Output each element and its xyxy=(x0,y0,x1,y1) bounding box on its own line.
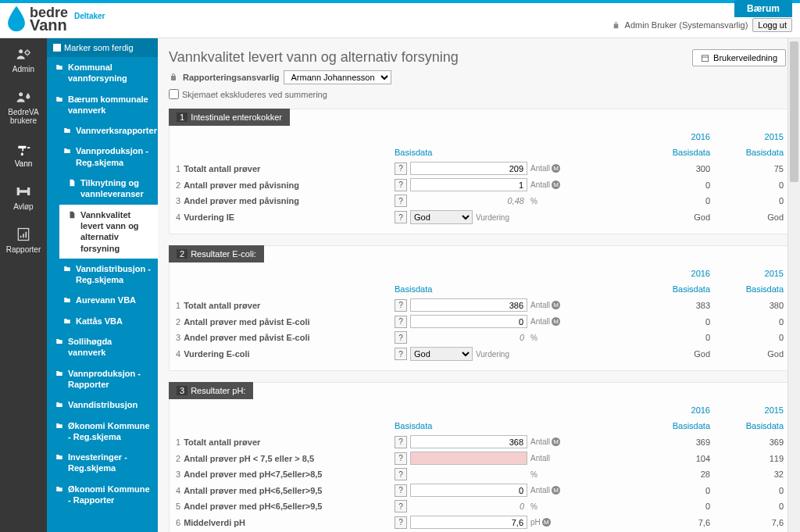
year1-value: 0 xyxy=(629,486,729,495)
help-button[interactable]: ? xyxy=(395,500,407,512)
value-input[interactable] xyxy=(410,178,527,191)
help-button[interactable]: ? xyxy=(395,516,407,529)
col-year1: 2016 xyxy=(629,405,729,415)
scrollbar-vertical[interactable] xyxy=(788,38,800,532)
responsible-select[interactable]: Armann Johannesson xyxy=(284,70,391,84)
row-label: Totalt antall prøver xyxy=(184,301,260,310)
tree-item-label: Sollihøgda vannverk xyxy=(68,336,152,359)
value-input[interactable] xyxy=(410,452,527,465)
value-input[interactable] xyxy=(410,484,527,497)
data-row: 3Andel prøver med påvisning?0,48%00 xyxy=(170,193,791,209)
help-button[interactable]: ? xyxy=(395,316,407,328)
panel-header: 3Resultater pH: xyxy=(169,382,253,399)
value-input[interactable] xyxy=(410,435,527,448)
data-row: 4Vurdering E-coli?GodVurderingGodGod xyxy=(170,345,791,362)
tenant-badge: Bærum xyxy=(734,0,792,17)
year2-value: 119 xyxy=(729,454,784,463)
help-button[interactable]: ? xyxy=(395,484,407,497)
value-input[interactable] xyxy=(410,162,527,175)
users-drop-icon xyxy=(15,89,32,105)
m-badge-icon: M xyxy=(552,317,560,326)
brand-bottom: Vann xyxy=(30,17,68,33)
tree-item-3[interactable]: Vannproduksjon - Reg.skjema xyxy=(47,141,158,173)
help-button[interactable]: ? xyxy=(395,299,407,312)
data-row: 2Antall prøver med påvisning?AntallM00 xyxy=(170,177,791,193)
value-input[interactable] xyxy=(410,315,527,328)
tree-item-7[interactable]: Aurevann VBA xyxy=(47,290,158,310)
help-button[interactable]: ? xyxy=(395,211,407,223)
tree-item-2[interactable]: Vannverksrapporter xyxy=(47,120,158,141)
help-button[interactable]: ? xyxy=(395,331,407,344)
data-row: 3Andel prøver med påvist E-coli?0%00 xyxy=(170,330,791,345)
year1-value: 28 xyxy=(629,470,729,479)
m-badge-icon: M xyxy=(552,437,560,446)
logout-button[interactable]: Logg ut xyxy=(752,18,792,32)
tree-item-1[interactable]: Bærum kommunale vannverk xyxy=(47,89,158,121)
folder-icon xyxy=(55,95,64,103)
user-lock-icon xyxy=(169,73,178,82)
tree-item-10[interactable]: Vannproduksjon - Rapporter xyxy=(47,363,158,395)
exclude-checkbox[interactable] xyxy=(169,89,179,99)
row-label: Andel prøver med pH<7,5eller>8,5 xyxy=(184,470,322,479)
year1-value: 0 xyxy=(629,502,729,511)
scrollbar-thumb[interactable] xyxy=(790,41,798,182)
svg-point-2 xyxy=(19,92,23,96)
data-row: 1Totalt antall prøver?AntallM383380 xyxy=(170,297,791,313)
tree-item-11[interactable]: Vanndistribusjon xyxy=(47,395,158,415)
tree-item-8[interactable]: Kattås VBA xyxy=(47,311,158,331)
row-unit: % xyxy=(530,197,538,205)
row-unit: pHM xyxy=(530,518,551,527)
folder-icon xyxy=(62,296,72,304)
col-sub-basis2: Basisdata xyxy=(729,148,784,157)
main-nav-brukere[interactable]: BedreVA brukere xyxy=(0,81,47,133)
help-button[interactable]: ? xyxy=(395,468,407,480)
folder-icon xyxy=(62,127,72,134)
main-nav-vann[interactable]: Vann xyxy=(0,133,47,176)
folder-icon xyxy=(55,453,64,461)
tree-item-5[interactable]: Vannkvalitet levert vann og alternativ f… xyxy=(59,205,158,259)
m-badge-icon: M xyxy=(552,486,560,495)
main-nav-avlop[interactable]: Avløp xyxy=(0,176,47,219)
m-badge-icon: M xyxy=(552,164,560,173)
help-button[interactable]: ? xyxy=(395,195,407,207)
col-year2: 2015 xyxy=(729,405,784,415)
tree-item-0[interactable]: Kommunal vannforsyning xyxy=(47,57,158,89)
row-unit: % xyxy=(530,502,538,511)
folder-icon xyxy=(55,401,64,409)
topbar: bedre Vann Deltaker Bærum Admin Bruker (… xyxy=(0,0,800,38)
main-nav-admin[interactable]: Admin xyxy=(0,38,47,81)
tree-item-6[interactable]: Vanndistribusjon - Reg.skjema xyxy=(47,259,158,291)
computed-value: 0 xyxy=(410,502,527,511)
help-button[interactable]: ? xyxy=(395,179,407,191)
value-input[interactable] xyxy=(410,516,527,529)
year2-value: 0 xyxy=(729,333,784,342)
vurdering-select[interactable]: God xyxy=(410,347,473,361)
logo-droplet-icon xyxy=(6,5,27,32)
tree-item-13[interactable]: Investeringer - Reg.skjema xyxy=(47,447,158,479)
file-icon xyxy=(67,211,77,219)
row-unit: % xyxy=(530,334,538,342)
user-guide-button[interactable]: Brukerveiledning xyxy=(692,49,786,66)
folder-icon xyxy=(62,147,72,155)
sidebar-header: Marker som ferdig xyxy=(47,38,158,57)
help-button[interactable]: ? xyxy=(395,162,407,175)
svg-rect-4 xyxy=(702,55,708,61)
folder-icon xyxy=(55,63,64,71)
help-button[interactable]: ? xyxy=(395,348,407,360)
help-button[interactable]: ? xyxy=(395,452,407,465)
tree-item-label: Investeringer - Reg.skjema xyxy=(68,452,152,474)
tree-item-label: Bærum kommunale vannverk xyxy=(68,94,152,116)
tree-item-4[interactable]: Tilknytning og vannleveranser xyxy=(47,173,158,205)
tree-item-label: Vannverksrapporter xyxy=(76,125,157,136)
tree-item-label: Vannproduksjon - Rapporter xyxy=(68,368,152,391)
report-icon xyxy=(15,227,32,242)
col-sub-basis2: Basisdata xyxy=(729,421,784,430)
help-button[interactable]: ? xyxy=(395,436,407,448)
tree-item-12[interactable]: Økonomi Kommune - Reg.skjema xyxy=(47,416,158,448)
tree-item-9[interactable]: Sollihøgda vannverk xyxy=(47,331,158,363)
panel-1: 1Intestinale enterokokker20162015Basisda… xyxy=(169,109,792,234)
main-nav-rapporter[interactable]: Rapporter xyxy=(0,219,47,262)
tree-item-14[interactable]: Økonomi Kommune - Rapporter xyxy=(47,479,158,511)
value-input[interactable] xyxy=(410,298,527,312)
vurdering-select[interactable]: God xyxy=(410,210,473,224)
